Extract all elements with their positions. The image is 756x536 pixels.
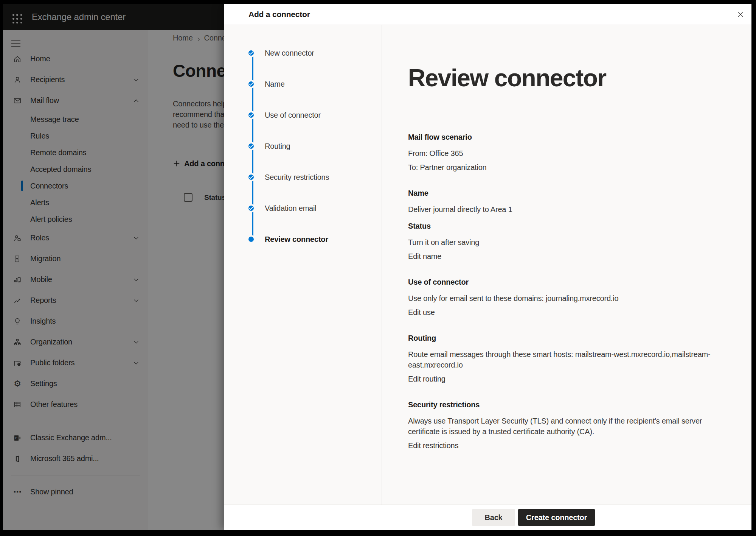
section-heading: Routing xyxy=(408,333,729,343)
wizard-step-label: Review connector xyxy=(265,235,328,244)
wizard-step-use-of-connector[interactable]: Use of connector xyxy=(224,100,382,131)
create-connector-button[interactable]: Create connector xyxy=(518,509,595,526)
wizard-step-label: New connector xyxy=(265,49,314,58)
review-section: Use of connectorUse only for email sent … xyxy=(408,277,729,318)
review-block: NameDeliver journal directly to Area 1 xyxy=(408,188,729,215)
section-line: Turn it on after saving xyxy=(408,237,714,248)
section-line: Route email messages through these smart… xyxy=(408,349,714,370)
edit-link-edit-restrictions[interactable]: Edit restrictions xyxy=(408,440,714,451)
section-line: To: Partner organization xyxy=(408,162,714,173)
review-sections: Mail flow scenarioFrom: Office 365To: Pa… xyxy=(408,132,729,451)
step-complete-icon xyxy=(247,111,255,119)
close-icon[interactable] xyxy=(734,8,747,20)
review-block: RoutingRoute email messages through thes… xyxy=(408,333,729,384)
wizard-step-name[interactable]: Name xyxy=(224,69,382,100)
step-complete-icon xyxy=(247,49,255,57)
wizard-steps: New connectorNameUse of connectorRouting… xyxy=(224,25,382,505)
edit-link-edit-routing[interactable]: Edit routing xyxy=(408,374,714,384)
review-pane: Review connector Mail flow scenarioFrom:… xyxy=(382,25,751,505)
wizard-step-new-connector[interactable]: New connector xyxy=(224,37,382,69)
review-block: Security restrictionsAlways use Transpor… xyxy=(408,399,729,451)
review-block: Mail flow scenarioFrom: Office 365To: Pa… xyxy=(408,132,729,173)
section-heading: Security restrictions xyxy=(408,399,729,410)
section-heading: Status xyxy=(408,221,729,231)
modal-footer: Back Create connector xyxy=(224,505,751,530)
section-line: Deliver journal directly to Area 1 xyxy=(408,204,714,215)
section-line: Use only for email sent to these domains… xyxy=(408,293,714,304)
app-window: Exchange admin center HomeRecipientsMail… xyxy=(3,4,751,530)
review-section: Security restrictionsAlways use Transpor… xyxy=(408,399,729,451)
wizard-step-review-connector[interactable]: Review connector xyxy=(224,224,382,255)
step-complete-icon xyxy=(247,80,255,88)
screenshot-frame: Exchange admin center HomeRecipientsMail… xyxy=(0,0,756,536)
section-line: From: Office 365 xyxy=(408,148,714,159)
wizard-step-validation-email[interactable]: Validation email xyxy=(224,193,382,224)
wizard-step-label: Validation email xyxy=(265,204,317,213)
section-heading: Use of connector xyxy=(408,277,729,287)
review-block: Use of connectorUse only for email sent … xyxy=(408,277,729,318)
modal-body: New connectorNameUse of connectorRouting… xyxy=(224,25,751,505)
section-line: Always use Transport Layer Security (TLS… xyxy=(408,416,714,437)
review-title: Review connector xyxy=(408,63,729,93)
add-connector-modal: Add a connector New connectorNameUse of … xyxy=(224,4,751,530)
step-complete-icon xyxy=(247,204,255,212)
section-heading: Name xyxy=(408,188,729,198)
wizard-step-routing[interactable]: Routing xyxy=(224,131,382,162)
step-current-dot xyxy=(247,235,255,243)
section-heading: Mail flow scenario xyxy=(408,132,729,142)
wizard-step-label: Use of connector xyxy=(265,111,321,120)
review-block: StatusTurn it on after savingEdit name xyxy=(408,221,729,262)
review-section: NameDeliver journal directly to Area 1St… xyxy=(408,188,729,262)
back-button[interactable]: Back xyxy=(472,509,515,526)
wizard-step-security-restrictions[interactable]: Security restrictions xyxy=(224,162,382,193)
step-complete-icon xyxy=(247,142,255,150)
step-complete-icon xyxy=(247,173,255,181)
wizard-step-label: Security restrictions xyxy=(265,173,329,182)
wizard-step-label: Routing xyxy=(265,142,290,151)
modal-title: Add a connector xyxy=(248,4,310,25)
review-section: Mail flow scenarioFrom: Office 365To: Pa… xyxy=(408,132,729,173)
modal-header: Add a connector xyxy=(224,4,751,25)
wizard-step-label: Name xyxy=(265,80,285,89)
edit-link-edit-use[interactable]: Edit use xyxy=(408,307,714,318)
edit-link-edit-name[interactable]: Edit name xyxy=(408,251,714,262)
review-section: RoutingRoute email messages through thes… xyxy=(408,333,729,384)
